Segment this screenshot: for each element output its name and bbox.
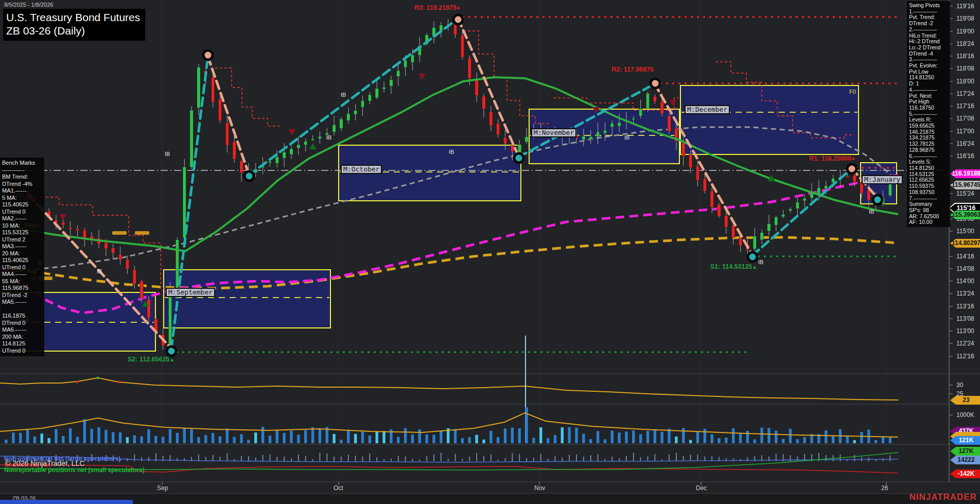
swing-pivots-line: 114.81250 [909, 165, 949, 171]
date-range-label: 8/5/2025 - 1/8/2026 [4, 2, 53, 8]
volume-badge: 121K [950, 436, 980, 445]
price-tick: 118'08 [956, 65, 974, 72]
price-tick: 114'08 [956, 265, 974, 272]
swing-pivots-line: 159.65625 [909, 123, 949, 129]
taskbar-strip [0, 500, 133, 504]
price-tick: 30 [956, 381, 963, 389]
benchmarks-line: 114.8125 [2, 340, 43, 347]
ib-marker-label: IB [758, 259, 763, 265]
price-tick: 117'24 [956, 90, 974, 97]
price-tick: 116'16 [956, 152, 974, 160]
price-tick: 118'24 [956, 40, 974, 47]
benchmarks-line: MA6.------ [2, 326, 43, 334]
month-box-label: M:September [166, 288, 215, 297]
swing-pivots-line: 108.93750 [909, 189, 949, 196]
pivot-level-label: R1: 116.25000➤ [809, 155, 855, 162]
price-tick: 119'08 [956, 15, 974, 22]
benchmarks-line: UTrend 0 [2, 347, 43, 355]
swing-pivots-line: Lo:-2 DTrend [909, 45, 949, 51]
benchmarks-line: 115.40625 [2, 257, 43, 264]
benchmarks-line: 20 MA: [2, 250, 43, 257]
chart-title: U.S. Treasury Bond Futures ZB 03-26 (Dai… [3, 9, 145, 41]
price-tick: 116'24 [956, 140, 974, 147]
price-badge: 115.39063 [950, 211, 980, 219]
benchmarks-line: DTrend -2 [2, 292, 43, 299]
price-tick: 114'00 [956, 277, 974, 285]
benchmarks-line: UTrend 0 [2, 208, 43, 216]
benchmarks-line: MA1.------ [2, 187, 43, 195]
benchmarks-line: MA2.------ [2, 215, 43, 222]
ninjatrader-window: 8/5/2025 - 1/8/2026 U.S. Treasury Bond F… [0, 0, 980, 504]
benchmarks-line: UTrend 2 [2, 236, 43, 244]
benchmarks-line: DTrend -4% [2, 181, 43, 188]
status-bar [0, 493, 980, 504]
price-tick: 115'24 [956, 190, 974, 197]
price-tick: 119'00 [956, 28, 974, 35]
pivot-level-label: R3: 119.21875➤ [414, 4, 461, 11]
cot-legend-label: Nonreportable positions net (small specu… [4, 466, 145, 474]
price-tick: 112'24 [956, 340, 974, 347]
price-tick: 113'24 [956, 290, 974, 297]
pivot-level-label: S1: 114.53125▲ [710, 263, 757, 270]
pivot-arrow-icon: ▲ [169, 357, 174, 362]
price-tick: 113'08 [956, 315, 974, 322]
cot-badge: -142K [950, 470, 980, 478]
swing-pivots-line: SP's: 98 [909, 207, 949, 214]
swing-pivots-line: Pvt. Evolve: [909, 63, 949, 69]
time-axis-label: 26 [881, 484, 888, 492]
ninjatrader-logo: NINJATRADER [909, 492, 977, 502]
benchmarks-panel: Bench Marks------------BM Trend:DTrend -… [0, 158, 44, 356]
ib-marker-label: IB [449, 149, 454, 155]
pivot-level-label: R2: 117.96875 [611, 66, 654, 73]
month-box-label: M:November [531, 128, 576, 137]
price-badge: 116.19188 [950, 169, 980, 178]
benchmarks-line: DTrend 0 [2, 320, 43, 327]
price-tick: 114'16 [956, 253, 974, 260]
cot-badge: 14222 [950, 456, 980, 464]
benchmarks-line: 55 MA: [2, 278, 43, 285]
month-box-label: M:January [862, 175, 903, 184]
swing-pivots-line: 116.18750 [909, 105, 949, 111]
month-box-label: M:October [341, 165, 382, 174]
price-chart-canvas[interactable] [0, 0, 980, 504]
price-tick: 118'16 [956, 53, 974, 60]
ib-marker-label: IB [97, 268, 102, 274]
price-tick: 117'00 [956, 128, 974, 135]
price-badge: 115.96745 [950, 181, 980, 189]
ib-marker-label: IB [341, 92, 346, 98]
chart-title-line1: U.S. Treasury Bond Futures [6, 11, 140, 24]
benchmarks-line: Bench Marks [2, 160, 43, 167]
pivot-level-label: S2: 112.65625▲ [128, 356, 174, 363]
pivot-arrow-icon: ▲ [752, 264, 757, 270]
price-tick: 113'00 [956, 327, 974, 335]
cot-badge: 127K [950, 447, 980, 456]
benchmarks-line: MA3.------ [2, 243, 43, 250]
price-tick: 119'16 [956, 3, 974, 10]
copyright-label: © 2026 NinjaTrader, LLC [5, 459, 85, 467]
benchmarks-line: 115.40625 [2, 201, 43, 208]
swing-pivots-panel: Swing Pivots1.-------------Pvt. Trend:DT… [907, 1, 950, 227]
month-box-label: M:December [685, 105, 730, 114]
time-axis-label: Nov [534, 484, 545, 492]
ib-marker-label: IB [869, 208, 874, 215]
time-axis-label: Dec [696, 484, 707, 492]
price-tick: 118'00 [956, 78, 974, 85]
price-tick: 117'16 [956, 102, 974, 110]
price-tick: 117'08 [956, 115, 974, 122]
benchmarks-line: MA4.------ [2, 271, 43, 278]
benchmarks-line: BM Trend: [2, 173, 43, 181]
price-badge: 114.80297 [950, 239, 980, 248]
time-axis-label: Oct [334, 484, 343, 492]
price-tick: 1000K [956, 411, 974, 419]
momentum-badge: 23 [950, 396, 980, 405]
price-tick: 112'16 [956, 353, 974, 360]
benchmarks-line: 200 MA: [2, 334, 43, 341]
price-tick: 113'16 [956, 303, 974, 310]
benchmarks-line: MA5.------ [2, 299, 43, 306]
price-tick: 115'00 [956, 228, 974, 235]
chart-title-line2: ZB 03-26 (Daily) [6, 24, 140, 38]
benchmarks-line: 116.1875 [2, 312, 43, 320]
ib-marker-label: IB [326, 134, 331, 141]
swing-pivots-line: 4.------------- [909, 87, 949, 93]
benchmarks-line [2, 306, 43, 313]
